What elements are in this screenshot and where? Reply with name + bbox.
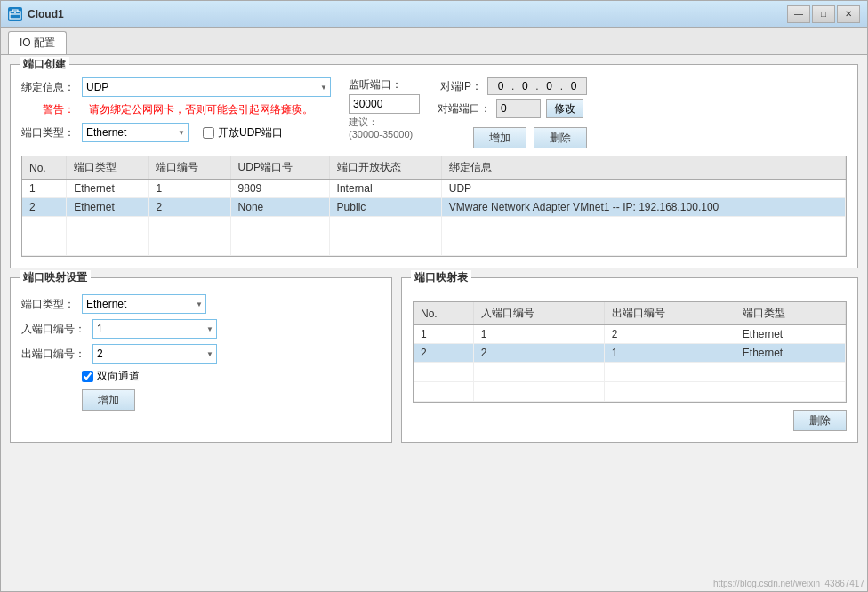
delete-button[interactable]: 删除 (534, 127, 587, 148)
table-row-empty-2 (22, 236, 846, 256)
bind-info-row: 绑定信息： UDP TCP VMware Network Adapter VMn… (21, 77, 331, 97)
cell-bind: UDP (441, 180, 845, 198)
mapping-table-container: No. 入端口编号 出端口编号 端口类型 1 1 2 (413, 301, 847, 403)
bottom-section: 端口映射设置 端口类型： Ethernet Serial 入端口编号： (10, 277, 858, 452)
modify-button[interactable]: 修改 (546, 99, 583, 118)
port-table: No. 端口类型 端口编号 UDP端口号 端口开放状态 绑定信息 1 (21, 156, 847, 257)
app-icon (8, 7, 22, 21)
mapping-settings-group: 端口映射设置 端口类型： Ethernet Serial 入端口编号： (10, 277, 392, 443)
in-port-label: 入端口编号： (21, 322, 85, 337)
svg-point-2 (14, 12, 16, 13)
peer-ip-field: . . . (487, 77, 587, 95)
map-cell-type: Ethernet (735, 325, 845, 344)
table-row[interactable]: 2 Ethernet 2 None Public VMware Network … (22, 198, 846, 217)
map-col-no: No. (414, 302, 473, 325)
map-add-row: 增加 (82, 389, 381, 411)
cell-type: Ethernet (67, 180, 149, 198)
map-port-type-select[interactable]: Ethernet Serial (82, 294, 206, 314)
peer-ip-label: 对端IP： (438, 79, 482, 94)
port-creation-form: 绑定信息： UDP TCP VMware Network Adapter VMn… (21, 72, 847, 257)
table-row[interactable]: 1 Ethernet 1 9809 Internal UDP (22, 180, 846, 198)
cell-no: 2 (22, 198, 67, 217)
col-type: 端口类型 (67, 156, 149, 180)
add-button[interactable]: 增加 (473, 127, 526, 148)
listen-port-input[interactable] (349, 94, 420, 114)
col-no: No. (22, 156, 67, 180)
col-bind: 绑定信息 (441, 156, 845, 180)
ip-part-3[interactable] (539, 80, 560, 92)
main-window: Cloud1 — □ ✕ IO 配置 端口创建 绑定信息： (0, 0, 868, 592)
table-row[interactable]: 1 1 2 Ethernet (414, 325, 846, 344)
in-port-row: 入端口编号： 1 2 3 (21, 319, 381, 339)
left-form: 绑定信息： UDP TCP VMware Network Adapter VMn… (21, 77, 331, 148)
port-type-select-wrapper: Ethernet Serial (82, 123, 189, 142)
map-cell-no: 1 (414, 325, 473, 344)
mapping-table-element: No. 入端口编号 出端口编号 端口类型 1 1 2 (414, 302, 846, 402)
minimize-button[interactable]: — (787, 5, 810, 23)
map-cell-no: 2 (414, 344, 473, 363)
port-creation-title: 端口创建 (20, 57, 69, 72)
map-cell-type: Ethernet (735, 344, 845, 363)
table-row-empty (414, 382, 846, 402)
col-udp: UDP端口号 (230, 156, 329, 180)
mapping-settings-form: 端口类型： Ethernet Serial 入端口编号： 1 (21, 285, 381, 411)
mapping-table-body: 1 1 2 Ethernet 2 2 1 Ethernet (414, 325, 846, 402)
listen-port-label: 监听端口： (349, 77, 420, 92)
bind-select-wrapper: UDP TCP VMware Network Adapter VMnet1 --… (82, 77, 331, 97)
table-row[interactable]: 2 2 1 Ethernet (414, 344, 846, 363)
right-form: 监听端口： 建议：(30000-35000) 对端IP： . (349, 77, 847, 148)
col-status: 端口开放状态 (329, 156, 441, 180)
map-cell-in: 1 (473, 325, 604, 344)
mapping-table-head: No. 入端口编号 出端口编号 端口类型 (414, 302, 846, 325)
map-col-in: 入端口编号 (473, 302, 604, 325)
watermark: https://blog.csdn.net/weixin_43867417 (713, 579, 864, 588)
main-content: 端口创建 绑定信息： UDP TCP VMware Network Adapte… (1, 55, 867, 591)
table-row-empty-1 (22, 217, 846, 236)
port-table-head: No. 端口类型 端口编号 UDP端口号 端口开放状态 绑定信息 (22, 156, 846, 180)
map-cell-out: 1 (604, 344, 735, 363)
cell-bind: VMware Network Adapter VMnet1 -- IP: 192… (441, 198, 845, 217)
cell-status: Internal (329, 180, 441, 198)
tab-io-config[interactable]: IO 配置 (8, 31, 67, 54)
window-title: Cloud1 (28, 8, 787, 20)
map-cell-in: 2 (473, 344, 604, 363)
table-row-empty (414, 363, 846, 382)
open-udp-label: 开放UDP端口 (218, 125, 283, 140)
bind-label: 绑定信息： (21, 80, 75, 95)
mapping-header-row: No. 入端口编号 出端口编号 端口类型 (414, 302, 846, 325)
in-port-select[interactable]: 1 2 3 (92, 319, 217, 339)
cell-udp: 9809 (230, 180, 329, 198)
close-button[interactable]: ✕ (837, 5, 860, 23)
cell-status: Public (329, 198, 441, 217)
title-bar: Cloud1 — □ ✕ (1, 1, 867, 28)
bidirectional-checkbox[interactable] (82, 371, 93, 382)
port-table-header-row: No. 端口类型 端口编号 UDP端口号 端口开放状态 绑定信息 (22, 156, 846, 180)
out-port-label: 出端口编号： (21, 347, 85, 362)
map-port-type-wrapper: Ethernet Serial (82, 294, 206, 314)
out-port-select[interactable]: 1 2 3 (92, 344, 217, 364)
peer-port-input[interactable] (496, 99, 541, 118)
port-type-select[interactable]: Ethernet Serial (82, 123, 189, 142)
maximize-button[interactable]: □ (812, 5, 835, 23)
mapping-settings-title: 端口映射设置 (20, 270, 91, 285)
bind-select[interactable]: UDP TCP VMware Network Adapter VMnet1 --… (82, 77, 331, 97)
ip-part-1[interactable] (490, 80, 511, 92)
peer-port-label: 对端端口： (438, 101, 491, 116)
cell-num: 2 (149, 198, 230, 217)
map-add-button[interactable]: 增加 (82, 389, 135, 411)
ip-part-4[interactable] (563, 80, 584, 92)
port-type-row: 端口类型： Ethernet Serial 开放UDP端口 (21, 123, 331, 142)
cell-udp: None (230, 198, 329, 217)
warning-text: 请勿绑定公网网卡，否则可能会引起网络瘫痪。 (89, 102, 313, 117)
col-num: 端口编号 (149, 156, 230, 180)
open-udp-checkbox[interactable] (203, 127, 214, 139)
map-delete-button[interactable]: 删除 (793, 410, 847, 431)
out-port-row: 出端口编号： 1 2 3 (21, 344, 381, 364)
add-delete-row: 增加 删除 (438, 127, 587, 148)
mapping-table-group: 端口映射表 No. 入端口编号 出端口编号 端口类型 (401, 277, 858, 443)
ip-part-2[interactable] (514, 80, 535, 92)
listen-section: 监听端口： 建议：(30000-35000) (349, 77, 420, 148)
map-port-type-label: 端口类型： (21, 297, 75, 312)
port-table-body: 1 Ethernet 1 9809 Internal UDP 2 Etherne… (22, 180, 846, 256)
map-cell-out: 2 (604, 325, 735, 344)
